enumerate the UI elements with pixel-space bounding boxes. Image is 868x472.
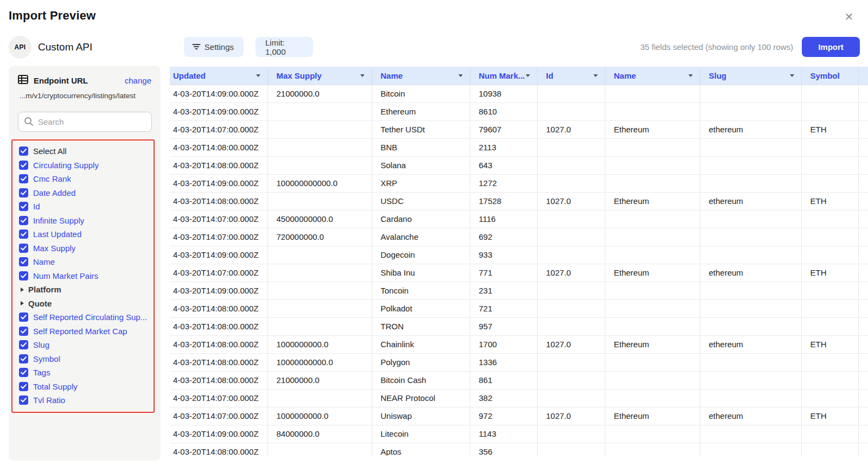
field-item-self-reported-circulating-sup[interactable]: Self Reported Circulating Sup... [19, 310, 154, 324]
checked-checkbox[interactable] [19, 354, 28, 363]
column-dropdown-caret-icon[interactable] [790, 74, 794, 77]
column-header-num-mark[interactable]: Num Mark... [470, 67, 537, 85]
table-cell [537, 353, 605, 371]
table-cell [858, 138, 868, 156]
limit-button[interactable]: Limit: 1,000 [256, 37, 313, 57]
column-dropdown-caret-icon[interactable] [688, 74, 693, 77]
table-cell: 4-03-20T14:08:00.000Z [170, 192, 267, 210]
column-dropdown-caret-icon[interactable] [360, 74, 365, 77]
table-cell: XRP [372, 174, 470, 192]
field-group-platform[interactable]: Platform [19, 283, 154, 297]
column-header-name[interactable]: Name [372, 67, 470, 85]
column-header-name[interactable]: Name [605, 67, 700, 85]
column-header-id[interactable]: Id [537, 67, 605, 85]
checked-checkbox[interactable] [19, 161, 28, 170]
table-cell [267, 156, 372, 174]
table-row: 4-03-20T14:08:00.000ZPolkadot721 [170, 299, 868, 317]
field-item-cmc-rank[interactable]: Cmc Rank [19, 172, 154, 186]
column-header-label: Id [546, 71, 553, 80]
table-row: 4-03-20T14:08:00.000ZUSDC175281027.0Ethe… [170, 192, 868, 210]
field-item-slug[interactable]: Slug [19, 338, 154, 352]
field-label: Slug [33, 340, 49, 349]
table-cell: 1027.0 [537, 192, 605, 210]
table-cell [605, 85, 700, 103]
table-cell: Toncoin [372, 282, 470, 299]
table-cell [605, 174, 700, 192]
table-cell [537, 138, 605, 156]
table-cell [858, 299, 868, 317]
checked-checkbox[interactable] [19, 216, 28, 225]
table-cell: 4-03-20T14:09:00.000Z [170, 282, 267, 299]
table-cell [267, 138, 372, 156]
table-row: 4-03-20T14:09:00.000Z21000000.0Bitcoin10… [170, 85, 868, 103]
checked-checkbox[interactable] [19, 382, 28, 391]
settings-button[interactable]: Settings [184, 37, 244, 57]
field-item-date-added[interactable]: Date Added [19, 186, 154, 200]
table-cell [858, 443, 868, 456]
column-header-slug[interactable]: Slug [700, 67, 801, 85]
field-item-id[interactable]: Id [19, 200, 154, 214]
field-item-tags[interactable]: Tags [19, 366, 154, 380]
checked-checkbox[interactable] [19, 327, 28, 336]
column-dropdown-caret-icon[interactable] [593, 74, 598, 77]
table-row: 4-03-20T14:07:00.000Z1000000000.0Uniswap… [170, 407, 868, 425]
close-icon[interactable]: ✕ [841, 9, 857, 25]
table-cell [801, 228, 858, 246]
field-label: Total Supply [33, 382, 78, 391]
table-cell: 4-03-20T14:08:00.000Z [170, 335, 267, 353]
column-dropdown-caret-icon[interactable] [458, 74, 463, 77]
table-cell [858, 174, 868, 192]
table-cell [858, 317, 868, 335]
table-cell [801, 246, 858, 264]
field-item-total-supply[interactable]: Total Supply [19, 380, 154, 394]
checked-checkbox[interactable] [19, 257, 28, 266]
table-cell [700, 210, 801, 228]
table-cell [605, 443, 700, 456]
column-dropdown-caret-icon[interactable] [256, 74, 260, 77]
checked-checkbox[interactable] [19, 312, 28, 322]
table-cell [537, 299, 605, 317]
import-button[interactable]: Import [802, 37, 860, 57]
table-cell: Polygon [372, 353, 470, 371]
table-cell [267, 299, 372, 317]
column-dropdown-caret-icon[interactable] [526, 74, 530, 77]
table-cell [801, 299, 858, 317]
field-item-self-reported-market-cap[interactable]: Self Reported Market Cap [19, 324, 154, 339]
table-cell: 1143 [470, 425, 537, 443]
column-header-max-supply[interactable]: Max Supply [267, 67, 372, 85]
column-header-updated[interactable]: Updated [170, 67, 267, 85]
search-input[interactable] [18, 112, 152, 132]
checked-checkbox[interactable] [19, 174, 28, 183]
field-item-tvl-ratio[interactable]: Tvl Ratio [19, 393, 154, 407]
checked-checkbox[interactable] [19, 202, 28, 211]
checked-checkbox[interactable] [19, 271, 28, 280]
checked-checkbox[interactable] [19, 146, 28, 156]
table-cell: Chainlink [372, 335, 470, 353]
table-cell [858, 156, 868, 174]
field-item-last-updated[interactable]: Last Updated [19, 227, 154, 241]
table-cell: 4-03-20T14:08:00.000Z [170, 443, 267, 456]
column-header-symbol[interactable]: Symbol [801, 67, 858, 85]
field-item-symbol[interactable]: Symbol [19, 352, 154, 366]
field-item-circulating-supply[interactable]: Circulating Supply [19, 158, 154, 173]
column-header-label: Updated [173, 71, 206, 80]
field-item-select-all[interactable]: Select All [19, 144, 154, 158]
table-cell: Ethereum [605, 407, 700, 425]
checked-checkbox[interactable] [19, 368, 28, 377]
change-endpoint-link[interactable]: change [125, 76, 151, 85]
field-item-max-supply[interactable]: Max Supply [19, 241, 154, 256]
table-cell [537, 174, 605, 192]
field-item-name[interactable]: Name [19, 255, 154, 269]
checked-checkbox[interactable] [19, 396, 28, 405]
checked-checkbox[interactable] [19, 340, 28, 349]
table-row: 4-03-20T14:08:00.000ZAptos356 [170, 443, 868, 456]
checked-checkbox[interactable] [19, 244, 28, 253]
table-cell [537, 246, 605, 264]
field-group-quote[interactable]: Quote [19, 297, 154, 311]
table-cell: 79607 [470, 120, 537, 138]
field-item-num-market-pairs[interactable]: Num Market Pairs [19, 269, 154, 283]
checked-checkbox[interactable] [19, 229, 28, 239]
table-cell [267, 389, 372, 407]
checked-checkbox[interactable] [19, 188, 28, 197]
field-item-infinite-supply[interactable]: Infinite Supply [19, 214, 154, 228]
